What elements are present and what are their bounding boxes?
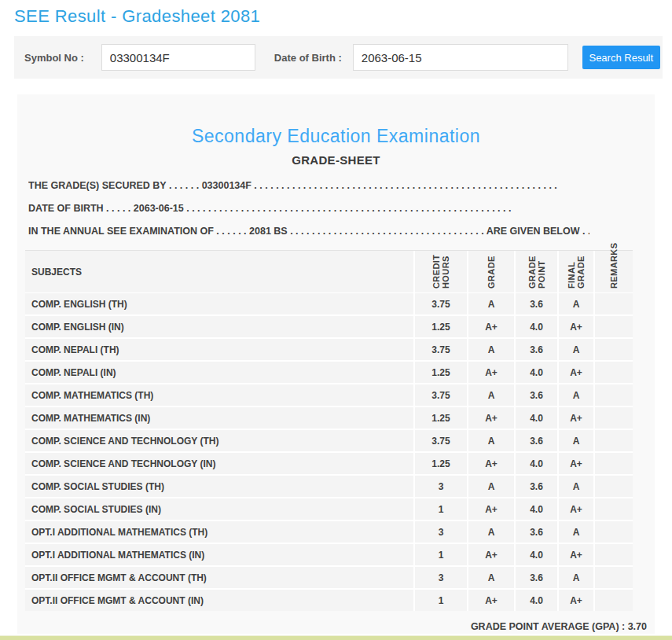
column-header-grade: GRADE bbox=[468, 251, 514, 292]
statement-date-of-birth: DATE OF BIRTH . . . . . 2063-06-15 . . .… bbox=[28, 197, 589, 220]
dob-label: Date of Birth : bbox=[274, 52, 342, 64]
grade-point-cell: 3.6 bbox=[516, 521, 557, 543]
grade-point-cell: 4.0 bbox=[516, 453, 557, 474]
remarks-cell bbox=[595, 453, 633, 474]
symbol-no-input[interactable] bbox=[101, 44, 255, 71]
remarks-cell bbox=[595, 339, 633, 360]
grade-cell: A+ bbox=[468, 544, 514, 565]
subjects-header-label: SUBJECTS bbox=[31, 267, 82, 278]
statements-block: THE GRADE(S) SECURED BY . . . . . . 0330… bbox=[28, 175, 589, 243]
grade-point-cell: 4.0 bbox=[516, 544, 557, 565]
final-grade-header-label: FINAL GRADE bbox=[567, 251, 586, 289]
remarks-cell bbox=[595, 544, 633, 565]
grade-cell: A+ bbox=[468, 316, 514, 337]
credit-hours-cell: 3.75 bbox=[415, 339, 467, 360]
remarks-cell bbox=[595, 521, 633, 543]
final-grade-cell: A+ bbox=[559, 362, 593, 383]
grades-table: SUBJECTS CREDIT HOURS GRADE GRADE POINT … bbox=[25, 250, 633, 611]
credit-hours-cell: 1.25 bbox=[415, 407, 467, 429]
final-grade-cell: A bbox=[559, 339, 593, 360]
footer-accent-bar bbox=[0, 635, 672, 640]
column-header-final-grade: FINAL GRADE bbox=[559, 251, 593, 292]
final-grade-cell: A bbox=[559, 476, 593, 497]
sheet-heading: Secondary Education Examination bbox=[25, 94, 647, 147]
credit-hours-cell: 3.75 bbox=[415, 430, 467, 451]
subject-cell: COMP. SOCIAL STUDIES (IN) bbox=[25, 498, 413, 520]
subject-cell: OPT.I ADDITIONAL MATHEMATICS (TH) bbox=[25, 521, 413, 543]
grade-cell: A bbox=[468, 293, 514, 314]
subject-cell: OPT.II OFFICE MGMT & ACCOUNT (IN) bbox=[25, 590, 413, 611]
final-grade-cell: A+ bbox=[559, 590, 593, 611]
table-row: COMP. ENGLISH (TH) 3.75 A 3.6 A bbox=[25, 293, 633, 314]
column-header-subjects: SUBJECTS bbox=[25, 251, 413, 292]
grade-point-cell: 3.6 bbox=[516, 293, 557, 314]
gpa-total: GRADE POINT AVERAGE (GPA) : 3.70 bbox=[25, 621, 647, 632]
credit-hours-cell: 1 bbox=[415, 498, 467, 520]
search-result-button[interactable]: Search Result bbox=[582, 46, 660, 69]
statement-examination-year: IN THE ANNUAL SEE EXAMINATION OF . . . .… bbox=[28, 220, 589, 243]
grade-point-cell: 3.6 bbox=[516, 339, 557, 360]
table-row: OPT.I ADDITIONAL MATHEMATICS (TH) 3 A 3.… bbox=[25, 521, 633, 543]
grade-point-cell: 4.0 bbox=[516, 316, 557, 337]
table-row: COMP. MATHEMATICS (TH) 3.75 A 3.6 A bbox=[25, 384, 633, 406]
subject-cell: COMP. SCIENCE AND TECHNOLOGY (TH) bbox=[25, 430, 413, 451]
remarks-cell bbox=[595, 567, 633, 588]
final-grade-cell: A+ bbox=[559, 316, 593, 337]
grade-cell: A bbox=[468, 430, 514, 451]
symbol-no-label: Symbol No : bbox=[24, 52, 84, 64]
sheet-subheading: GRADE-SHEET bbox=[25, 153, 647, 167]
column-header-credit-hours: CREDIT HOURS bbox=[415, 251, 467, 292]
grade-header-label: GRADE bbox=[487, 251, 496, 289]
final-grade-cell: A+ bbox=[559, 544, 593, 565]
credit-hours-cell: 3 bbox=[415, 476, 467, 497]
credit-hours-cell: 1 bbox=[415, 544, 467, 565]
grade-point-cell: 4.0 bbox=[516, 362, 557, 383]
credit-hours-cell: 1.25 bbox=[415, 453, 467, 474]
table-row: OPT.II OFFICE MGMT & ACCOUNT (IN) 1 A+ 4… bbox=[25, 590, 633, 611]
final-grade-cell: A bbox=[559, 293, 593, 314]
column-header-remarks: REMARKS bbox=[595, 251, 633, 292]
final-grade-cell: A bbox=[559, 430, 593, 451]
subject-cell: COMP. MATHEMATICS (IN) bbox=[25, 407, 413, 429]
remarks-cell bbox=[595, 430, 633, 451]
dob-input[interactable] bbox=[353, 44, 568, 71]
grade-point-cell: 3.6 bbox=[516, 384, 557, 406]
subject-cell: COMP. SOCIAL STUDIES (TH) bbox=[25, 476, 413, 497]
subject-cell: COMP. MATHEMATICS (TH) bbox=[25, 384, 413, 406]
grade-point-cell: 4.0 bbox=[516, 498, 557, 520]
grade-point-cell: 4.0 bbox=[516, 407, 557, 429]
remarks-cell bbox=[595, 293, 633, 314]
table-row: COMP. MATHEMATICS (IN) 1.25 A+ 4.0 A+ bbox=[25, 407, 633, 429]
subject-cell: COMP. NEPALI (IN) bbox=[25, 362, 413, 383]
table-header-row: SUBJECTS CREDIT HOURS GRADE GRADE POINT … bbox=[25, 251, 633, 292]
table-row: OPT.II OFFICE MGMT & ACCOUNT (TH) 3 A 3.… bbox=[25, 567, 633, 588]
column-header-grade-point: GRADE POINT bbox=[516, 251, 557, 292]
grade-point-cell: 3.6 bbox=[516, 567, 557, 588]
table-row: OPT.I ADDITIONAL MATHEMATICS (IN) 1 A+ 4… bbox=[25, 544, 633, 565]
final-grade-cell: A+ bbox=[559, 498, 593, 520]
final-grade-cell: A+ bbox=[559, 407, 593, 429]
subject-cell: COMP. NEPALI (TH) bbox=[25, 339, 413, 360]
credit-hours-cell: 1.25 bbox=[415, 316, 467, 337]
remarks-cell bbox=[595, 407, 633, 429]
grade-cell: A bbox=[468, 476, 514, 497]
statement-secured-by: THE GRADE(S) SECURED BY . . . . . . 0330… bbox=[28, 175, 589, 197]
grade-point-cell: 3.6 bbox=[516, 430, 557, 451]
table-row: COMP. SOCIAL STUDIES (IN) 1 A+ 4.0 A+ bbox=[25, 498, 633, 520]
grade-cell: A+ bbox=[468, 498, 514, 520]
remarks-cell bbox=[595, 498, 633, 520]
final-grade-cell: A bbox=[559, 384, 593, 406]
subject-cell: COMP. ENGLISH (TH) bbox=[25, 293, 413, 314]
credit-hours-header-label: CREDIT HOURS bbox=[431, 251, 450, 289]
final-grade-cell: A bbox=[559, 521, 593, 543]
grade-cell: A+ bbox=[468, 453, 514, 474]
credit-hours-cell: 3.75 bbox=[415, 384, 467, 406]
subject-cell: COMP. ENGLISH (IN) bbox=[25, 316, 413, 337]
grade-cell: A bbox=[468, 339, 514, 360]
table-row: COMP. NEPALI (IN) 1.25 A+ 4.0 A+ bbox=[25, 362, 633, 383]
table-row: COMP. ENGLISH (IN) 1.25 A+ 4.0 A+ bbox=[25, 316, 633, 337]
subject-cell: OPT.I ADDITIONAL MATHEMATICS (IN) bbox=[25, 544, 413, 565]
grade-point-header-label: GRADE POINT bbox=[527, 251, 546, 289]
table-body: COMP. ENGLISH (TH) 3.75 A 3.6 A COMP. EN… bbox=[25, 293, 633, 611]
remarks-header-label: REMARKS bbox=[609, 251, 619, 289]
